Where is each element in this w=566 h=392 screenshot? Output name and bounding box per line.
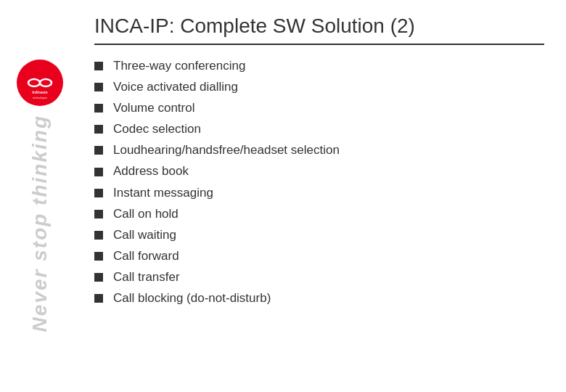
bullet-icon bbox=[94, 83, 103, 91]
list-item-text: Instant messaging bbox=[113, 185, 213, 201]
list-item: Three-way conferencing bbox=[94, 58, 544, 74]
bullet-icon bbox=[94, 125, 103, 134]
sidebar: Infineon technologies Never stop thinkin… bbox=[0, 0, 80, 392]
bullet-icon bbox=[94, 104, 103, 113]
page-title: INCA-IP: Complete SW Solution (2) bbox=[94, 15, 544, 38]
list-item-text: Call waiting bbox=[113, 227, 176, 243]
list-item-text: Volume control bbox=[113, 100, 194, 116]
list-item-text: Call blocking (do-not-disturb) bbox=[113, 290, 271, 306]
list-item: Voice activated dialling bbox=[94, 79, 544, 95]
list-item: Instant messaging bbox=[94, 185, 544, 201]
title-divider bbox=[94, 44, 544, 45]
list-item: Call blocking (do-not-disturb) bbox=[94, 290, 544, 306]
infineon-logo-svg: Infineon technologies bbox=[19, 62, 61, 104]
bullet-icon bbox=[94, 273, 103, 282]
list-item-text: Call forward bbox=[113, 248, 179, 264]
logo-circle: Infineon technologies bbox=[17, 60, 63, 106]
list-item: Call on hold bbox=[94, 206, 544, 222]
sidebar-tagline: Never stop thinking bbox=[28, 115, 52, 332]
bullet-icon bbox=[94, 168, 103, 176]
bullet-icon bbox=[94, 210, 103, 219]
list-item-text: Codec selection bbox=[113, 121, 201, 137]
list-item: Call waiting bbox=[94, 227, 544, 243]
bullet-icon bbox=[94, 252, 103, 261]
bullet-icon bbox=[94, 146, 103, 155]
bullet-icon bbox=[94, 231, 103, 240]
bullet-icon bbox=[94, 294, 103, 303]
list-item: Address book bbox=[94, 163, 544, 179]
feature-list: Three-way conferencingVoice activated di… bbox=[94, 58, 544, 311]
list-item-text: Three-way conferencing bbox=[113, 58, 245, 74]
list-item: Call transfer bbox=[94, 269, 544, 285]
list-item-text: Call on hold bbox=[113, 206, 179, 222]
logo-container: Infineon technologies Never stop thinkin… bbox=[17, 60, 63, 332]
main-content: INCA-IP: Complete SW Solution (2) Three-… bbox=[80, 0, 566, 392]
svg-text:Infineon: Infineon bbox=[32, 90, 48, 94]
list-item-text: Voice activated dialling bbox=[113, 79, 238, 95]
list-item-text: Loudhearing/handsfree/headset selection bbox=[113, 142, 340, 158]
bullet-icon bbox=[94, 62, 103, 70]
list-item-text: Call transfer bbox=[113, 269, 180, 285]
list-item: Volume control bbox=[94, 100, 544, 116]
bullet-icon bbox=[94, 189, 103, 197]
list-item: Call forward bbox=[94, 248, 544, 264]
list-item: Codec selection bbox=[94, 121, 544, 137]
list-item: Loudhearing/handsfree/headset selection bbox=[94, 142, 544, 158]
list-item-text: Address book bbox=[113, 163, 189, 179]
svg-text:technologies: technologies bbox=[33, 97, 47, 99]
